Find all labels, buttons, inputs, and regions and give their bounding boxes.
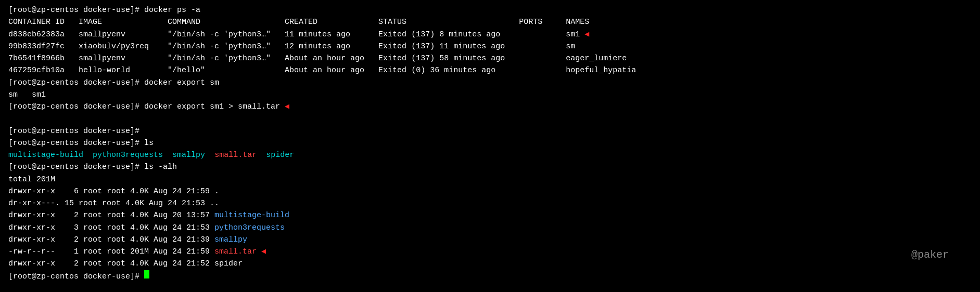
- cursor: [144, 270, 149, 278]
- sm-sm1-text: sm sm1: [8, 89, 46, 101]
- cmd-export-sm: docker export sm: [144, 77, 219, 89]
- dir-name-multistage: multistage-build: [214, 209, 289, 221]
- file-perm-small-tar: -rw-r--r-- 1 root root 201M Aug 24 21:59: [8, 246, 214, 258]
- ls-small-tar: small.tar: [214, 149, 257, 161]
- line-sm-sm1: sm sm1: [8, 89, 972, 101]
- prompt: [root@zp-centos docker-use]#: [8, 4, 144, 16]
- terminal: [root@zp-centos docker-use]# docker ps -…: [4, 2, 976, 292]
- line-header: CONTAINER ID IMAGE COMMAND CREATED STATU…: [8, 16, 972, 28]
- line-multistage: drwxr-xr-x 2 root root 4.0K Aug 20 13:57…: [8, 209, 972, 221]
- dir-dotdot: dr-xr-x---. 15 root root 4.0K Aug 24 21:…: [8, 197, 219, 209]
- ls-python3requests: python3requests: [93, 149, 163, 161]
- final-prompt-text: [root@zp-centos docker-use]#: [8, 271, 144, 283]
- ls-multistage: multistage-build: [8, 149, 83, 161]
- line-python3requests: drwxr-xr-x 3 root root 4.0K Aug 24 21:53…: [8, 222, 972, 234]
- prompt: [root@zp-centos docker-use]#: [8, 137, 144, 149]
- dir-name-smallpy: smallpy: [214, 234, 247, 246]
- dir-perm-smallpy: drwxr-xr-x 2 root root 4.0K Aug 24 21:39: [8, 234, 214, 246]
- dir-perm-multistage: drwxr-xr-x 2 root root 4.0K Aug 20 13:57: [8, 209, 214, 221]
- dir-perm-python3: drwxr-xr-x 3 root root 4.0K Aug 24 21:53: [8, 222, 214, 234]
- cmd-export-sm1: docker export sm1 > small.tar: [144, 101, 285, 113]
- arrow-icon-3: ◀: [261, 246, 266, 258]
- line-row4: 467259cfb10a hello-world "/hello" About …: [8, 64, 972, 76]
- line-cmd-ls: [root@zp-centos docker-use]# ls: [8, 137, 972, 149]
- table-header: CONTAINER ID IMAGE COMMAND CREATED STATU…: [8, 16, 589, 28]
- line-cmd-docker-ps: [root@zp-centos docker-use]# docker ps -…: [8, 4, 972, 16]
- line-empty-prompt: [root@zp-centos docker-use]#: [8, 125, 972, 137]
- container-row-3: 7b6541f8966b smallpyenv "/bin/sh -c 'pyt…: [8, 52, 627, 64]
- prompt: [root@zp-centos docker-use]#: [8, 125, 144, 137]
- file-name-small-tar: small.tar: [214, 246, 257, 258]
- container-row-1: d838eb62383a smallpyenv "/bin/sh -c 'pyt…: [8, 29, 584, 41]
- line-total: total 201M: [8, 174, 972, 185]
- total-text: total 201M: [8, 174, 55, 185]
- dir-spider: drwxr-xr-x 2 root root 4.0K Aug 24 21:52…: [8, 258, 243, 270]
- cmd-ls: ls: [144, 137, 154, 149]
- cmd-ls-alh: ls -alh: [144, 161, 177, 173]
- line-ls-output: multistage-build python3requests smallpy…: [8, 149, 972, 161]
- arrow-icon-1: ◀: [584, 29, 589, 41]
- line-dotdot: dr-xr-x---. 15 root root 4.0K Aug 24 21:…: [8, 197, 972, 209]
- line-spider: drwxr-xr-x 2 root root 4.0K Aug 24 21:52…: [8, 258, 972, 270]
- line-dot: drwxr-xr-x 6 root root 4.0K Aug 24 21:59…: [8, 185, 972, 197]
- line-cmd-export-sm1: [root@zp-centos docker-use]# docker expo…: [8, 101, 972, 113]
- line-cmd-export-sm: [root@zp-centos docker-use]# docker expo…: [8, 77, 972, 89]
- dir-name-python3: python3requests: [214, 222, 285, 234]
- line-blank1: [8, 113, 972, 125]
- ls-spider: spider: [266, 149, 294, 161]
- prompt: [root@zp-centos docker-use]#: [8, 101, 144, 113]
- dir-dot: drwxr-xr-x 6 root root 4.0K Aug 24 21:59…: [8, 185, 219, 197]
- line-small-tar: -rw-r--r-- 1 root root 201M Aug 24 21:59…: [8, 246, 972, 258]
- line-smallpy: drwxr-xr-x 2 root root 4.0K Aug 24 21:39…: [8, 234, 972, 246]
- line-row1: d838eb62383a smallpyenv "/bin/sh -c 'pyt…: [8, 29, 972, 41]
- watermark: @paker: [911, 249, 949, 261]
- line-row3: 7b6541f8966b smallpyenv "/bin/sh -c 'pyt…: [8, 52, 972, 64]
- container-row-4: 467259cfb10a hello-world "/hello" About …: [8, 64, 636, 76]
- container-row-2: 99b833df27fc xiaobulv/py3req "/bin/sh -c…: [8, 41, 575, 52]
- line-cmd-ls-alh: [root@zp-centos docker-use]# ls -alh: [8, 161, 972, 173]
- cmd-text: docker ps -a: [144, 4, 200, 16]
- ls-smallpy: smallpy: [172, 149, 205, 161]
- prompt: [root@zp-centos docker-use]#: [8, 77, 144, 89]
- line-final-prompt: [root@zp-centos docker-use]#: [8, 270, 972, 283]
- line-row2: 99b833df27fc xiaobulv/py3req "/bin/sh -c…: [8, 41, 972, 52]
- arrow-icon-2: ◀: [285, 101, 289, 113]
- prompt: [root@zp-centos docker-use]#: [8, 161, 144, 173]
